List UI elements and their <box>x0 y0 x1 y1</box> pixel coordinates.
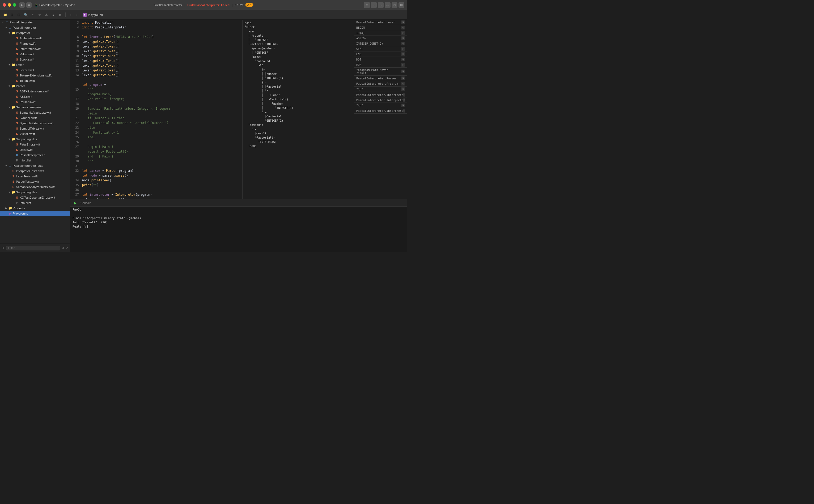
sidebar-item-stack[interactable]: S Stack.swift <box>0 57 70 62</box>
copy-icon[interactable]: ⎘ <box>401 76 405 80</box>
copy-icon[interactable]: ⎘ <box>401 42 405 45</box>
bottom-toolbar: ▶ Console <box>70 199 407 207</box>
copy-icon[interactable]: ⎘ <box>401 36 405 40</box>
sidebar-item-symboltable[interactable]: S SymbolTable.swift <box>0 126 70 131</box>
sidebar-tree[interactable]: ▼ □ PascalInterpreter ▼ □ PascalInterpre… <box>0 20 70 244</box>
sidebar-item-value[interactable]: S Value.swift <box>0 52 70 57</box>
forward-btn[interactable]: → <box>378 2 383 8</box>
filter-options-icon[interactable]: ⊙ <box>62 246 64 250</box>
traffic-lights[interactable] <box>3 3 16 7</box>
sidebar-item-ast-ext[interactable]: S AST+Extensions.swift <box>0 89 70 94</box>
list-icon[interactable]: ≡ <box>50 12 56 18</box>
issue-icon[interactable]: ⚠ <box>44 12 49 18</box>
titlebar-right[interactable]: ≡ ← → ▪▪ □ ▦ <box>364 2 404 8</box>
bookmark-icon[interactable]: ☆ <box>37 12 42 18</box>
sidebar-item-interptests[interactable]: S InterpreterTests.swift <box>0 168 70 174</box>
sidebar-item-token-ext[interactable]: S Token+Extensions.swift <box>0 73 70 78</box>
sidebar-item-ast[interactable]: S AST.swift <box>0 94 70 99</box>
sidebar-item-interpreter-folder[interactable]: ▼ 📁 Interpreter <box>0 30 70 36</box>
swift-file-icon: S <box>15 74 19 77</box>
sidebar-item-lexer[interactable]: S Lexer.swift <box>0 67 70 73</box>
sidebar-item-lexertests[interactable]: S LexerTests.swift <box>0 174 70 179</box>
filter-input[interactable] <box>6 246 60 250</box>
sidebar-item-info-plist-1[interactable]: P Info.plist <box>0 158 70 163</box>
warning-badge[interactable]: ⚠ 4 <box>245 3 253 7</box>
swift-file-icon: S <box>11 185 15 189</box>
split-vertical-btn[interactable]: ▪▪ <box>385 2 390 8</box>
sidebar-item-parser-folder[interactable]: ▼ 📁 Parser <box>0 83 70 89</box>
sidebar-item-supporting-files-1[interactable]: ▼ 📁 Supporting files <box>0 136 70 142</box>
sidebar-item-info-plist-2[interactable]: P Info.plist <box>0 200 70 206</box>
sidebar-item-pascalinterpreter-group[interactable]: ▼ □ PascalInterpreter <box>0 25 70 30</box>
group-icon: □ <box>8 164 12 168</box>
copy-icon[interactable]: ⎘ <box>401 87 405 91</box>
close-button[interactable] <box>3 3 6 7</box>
sidebar-item-supporting-files-2[interactable]: ▼ 📁 Supporting files <box>0 190 70 195</box>
diff-icon[interactable]: ± <box>30 12 36 18</box>
copy-icon[interactable]: ⎘ <box>401 20 405 24</box>
sidebar-item-visitor[interactable]: S Visitor.swift <box>0 131 70 136</box>
copy-icon[interactable]: ⎘ <box>401 26 405 29</box>
grid-icon[interactable]: ⊞ <box>57 12 63 18</box>
filter-expand-icon[interactable]: ⤢ <box>66 246 68 250</box>
nav-back-icon[interactable]: ‹ <box>68 12 74 18</box>
sidebar-item-semanticanalyzer[interactable]: S SemanticAnalyzer.swift <box>0 110 70 115</box>
copy-icon[interactable]: ⎘ <box>401 52 405 56</box>
sidebar-item-token[interactable]: S Token.swift <box>0 78 70 83</box>
sidebar-item-utils[interactable]: S Utils.swift <box>0 147 70 152</box>
back-btn[interactable]: ← <box>371 2 377 8</box>
sidebar-item-interpreter-swift[interactable]: S Interpreter.swift <box>0 46 70 52</box>
inspector-btn[interactable]: ▦ <box>398 2 404 8</box>
sidebar-item-root-pascalinterpreter[interactable]: ▼ □ PascalInterpreter <box>0 20 70 25</box>
copy-icon[interactable]: ⎘ <box>403 109 405 113</box>
sidebar-item-tests-group[interactable]: ▼ □ PascalInterpreterTests <box>0 163 70 168</box>
code-editor[interactable]: import Foundation import PascalInterpret… <box>80 20 242 199</box>
run-button[interactable]: ▶ <box>72 200 78 206</box>
stop-button[interactable]: ■ <box>26 2 32 8</box>
sidebar-item-semantictests[interactable]: S SemanticAnalyzerTests.swift <box>0 184 70 190</box>
play-button[interactable]: ▶ <box>19 2 25 8</box>
sidebar-item-parsertests[interactable]: S ParserTests.swift <box>0 179 70 184</box>
copy-icon[interactable]: ⎘ <box>401 63 405 67</box>
nav-arrows[interactable]: ‹ › <box>68 12 80 18</box>
copy-icon[interactable]: ⎘ <box>401 58 405 61</box>
copy-icon[interactable]: ⎘ <box>401 70 405 73</box>
add-icon[interactable]: + <box>2 246 5 250</box>
swift-file-icon: S <box>15 132 19 136</box>
sidebar-item-arithmetics[interactable]: S Arithmetics.swift <box>0 36 70 41</box>
sidebar-item-semantic-folder[interactable]: ▼ 📁 Semantic analyzer <box>0 105 70 110</box>
ast-line: │ ├Factorial <box>245 84 352 89</box>
search-icon[interactable]: 🔍 <box>23 12 29 18</box>
copy-icon[interactable]: ⎘ <box>403 98 405 102</box>
sidebar-item-playground[interactable]: ▶ Playground <box>0 211 70 216</box>
editor-layout-btn[interactable]: ≡ <box>364 2 370 8</box>
swift-file-icon: S <box>11 169 15 173</box>
nav-forward-icon[interactable]: › <box>74 12 80 18</box>
copy-icon[interactable]: ⎘ <box>401 82 405 86</box>
copy-icon[interactable]: ⎘ <box>403 93 405 97</box>
titlebar-controls[interactable]: ▶ ■ <box>19 2 32 8</box>
sidebar-item-parser[interactable]: S Parser.swift <box>0 99 70 105</box>
sidebar-item-fatalerror[interactable]: S FatalError.swift <box>0 142 70 147</box>
toolbar: 📁 ⊞ ⊡ 🔍 ± ☆ ⚠ ≡ ⊞ ‹ › ▶ Playground <box>0 10 407 20</box>
panel-btn[interactable]: □ <box>391 2 397 8</box>
copy-icon[interactable]: ⎘ <box>401 31 405 35</box>
sidebar-item-symbol-ext[interactable]: S Symbol+Extensions.swift <box>0 121 70 126</box>
sidebar-item-frame[interactable]: S Frame.swift <box>0 41 70 46</box>
folder-icon: 📁 <box>11 31 15 35</box>
filter-icon[interactable]: ⊡ <box>16 12 22 18</box>
bottom-content: └noOp Final interpreter memory state (gl… <box>70 207 407 252</box>
minimize-button[interactable] <box>8 3 11 7</box>
fullscreen-button[interactable] <box>13 3 16 7</box>
sidebar-item-xctestcase[interactable]: S XCTestCase...alError.swift <box>0 195 70 200</box>
sidebar-item-pascalinterpreter-h[interactable]: H PascalInterpreter.h <box>0 152 70 158</box>
copy-icon[interactable]: ⎘ <box>401 104 405 107</box>
console-output[interactable]: └noOp Final interpreter memory state (gl… <box>70 207 407 252</box>
folder-icon[interactable]: 📁 <box>2 12 8 18</box>
sidebar-item-symbol[interactable]: S Symbol.swift <box>0 115 70 121</box>
copy-icon[interactable]: ⎘ <box>401 47 405 51</box>
hierarchy-icon[interactable]: ⊞ <box>9 12 15 18</box>
folder-icon: 📁 <box>11 84 15 88</box>
sidebar-item-lexer-folder[interactable]: ▼ 📁 Lexer <box>0 62 70 67</box>
sidebar-item-products[interactable]: ▶ 📁 Products <box>0 206 70 211</box>
